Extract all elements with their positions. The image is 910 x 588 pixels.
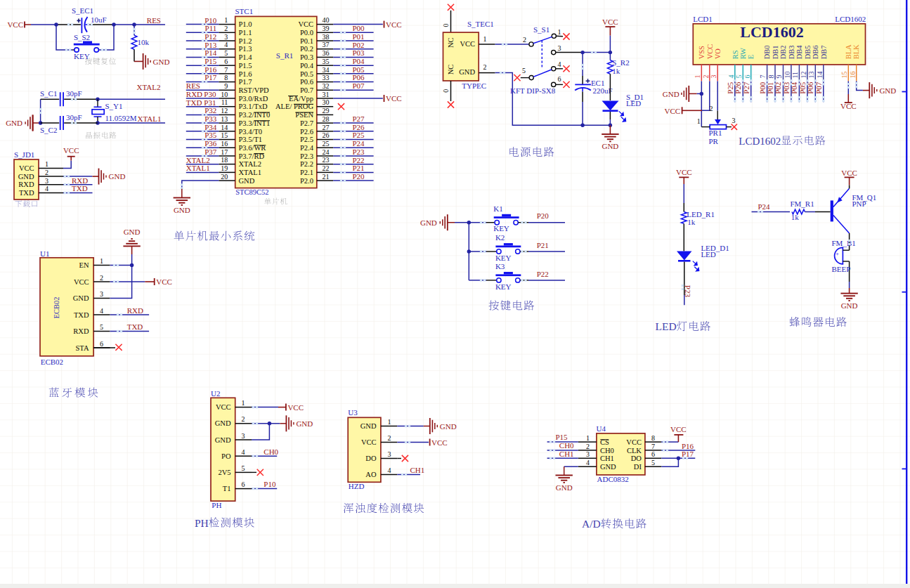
svg-text:U1: U1 [40,249,49,258]
svg-text:P07: P07 [352,81,365,90]
svg-text:DO: DO [365,455,377,462]
svg-text:24: 24 [322,148,329,156]
svg-text:7: 7 [224,66,228,74]
svg-text:K2: K2 [495,233,505,242]
svg-text:P10: P10 [264,480,276,488]
svg-text:GND: GND [73,294,89,302]
svg-text:2: 2 [702,75,710,79]
svg-text:P27: P27 [352,115,365,123]
svg-text:P1.7: P1.7 [239,78,252,86]
svg-text:1: 1 [586,434,590,442]
svg-text:CLK: CLK [627,447,642,455]
svg-text:GND: GND [215,419,231,427]
svg-text:1: 1 [694,75,701,79]
svg-text:P32: P32 [204,106,216,115]
svg-text:NC: NC [447,65,455,75]
svg-text:VCC: VCC [287,403,304,412]
svg-text:VCC: VCC [706,44,714,60]
svg-text:4: 4 [558,60,561,68]
svg-text:P23: P23 [352,148,365,156]
svg-text:BLA: BLA [845,44,852,59]
svg-text:5: 5 [224,49,228,57]
svg-text:VCC: VCC [664,107,680,115]
svg-text:6: 6 [651,450,655,458]
svg-text:GND: GND [600,463,616,471]
svg-text:RXD: RXD [73,327,89,335]
svg-text:P11: P11 [205,24,217,32]
svg-text:VCC: VCC [460,40,475,48]
svg-text:P23: P23 [684,285,692,298]
svg-text:37: 37 [322,41,329,48]
svg-text:P2.3: P2.3 [300,152,313,160]
svg-text:P36: P36 [204,139,217,148]
svg-text:PNP: PNP [852,200,866,208]
svg-text:P02: P02 [774,82,783,94]
svg-text:25: 25 [322,140,329,148]
svg-text:P27: P27 [742,81,750,94]
svg-text:220uF: 220uF [593,86,613,95]
svg-text:P35: P35 [204,131,217,139]
svg-text:P05: P05 [798,81,807,94]
svg-text:27: 27 [322,124,329,131]
svg-text:3: 3 [710,75,717,79]
svg-text:2: 2 [242,415,245,423]
svg-text:CH0: CH0 [600,447,614,455]
svg-text:E: E [748,55,755,59]
svg-text:P2.2: P2.2 [300,160,313,168]
svg-text:S_C1: S_C1 [40,89,57,98]
svg-text:STA: STA [76,344,89,352]
svg-text:LED: LED [626,99,641,107]
svg-text:T1: T1 [223,485,231,492]
svg-text:GND: GND [215,436,231,444]
svg-text:10: 10 [784,72,791,79]
svg-text:DB1: DB1 [772,45,779,59]
svg-text:LCD1602: LCD1602 [835,15,866,23]
svg-text:P0.3: P0.3 [300,53,313,61]
svg-text:11.0592M: 11.0592M [105,114,137,122]
svg-text:4: 4 [727,75,735,79]
svg-text:P24: P24 [352,139,365,148]
svg-text:CH0: CH0 [264,447,278,456]
svg-text:HZD: HZD [349,482,365,490]
svg-text:RXD: RXD [18,181,34,188]
svg-text:P1.5: P1.5 [239,62,252,70]
svg-text:KFT DIP-SX8: KFT DIP-SX8 [510,86,556,95]
svg-text:P10: P10 [204,16,217,25]
svg-text:13: 13 [221,115,228,123]
svg-text:DB4: DB4 [795,45,803,60]
svg-text:P0.2: P0.2 [300,45,313,53]
svg-text:S_S2: S_S2 [74,33,90,41]
svg-text:P2.6: P2.6 [300,128,313,136]
svg-text:DB7: DB7 [820,45,828,59]
svg-text:U2: U2 [211,389,220,398]
svg-text:40: 40 [322,16,329,24]
svg-text:P16: P16 [204,65,217,74]
svg-text:ECB02: ECB02 [41,358,63,366]
svg-text:1: 1 [45,160,48,168]
svg-text:U4: U4 [597,424,606,433]
svg-text:P3.4/T0: P3.4/T0 [239,128,263,136]
svg-text:XTAL1: XTAL1 [138,115,162,123]
svg-text:STC1: STC1 [235,7,254,15]
svg-text:30pF: 30pF [66,89,82,98]
svg-text:35: 35 [322,58,329,65]
svg-text:2: 2 [388,434,391,442]
svg-text:VCC: VCC [386,94,402,103]
svg-text:P04: P04 [790,81,798,94]
svg-text:P15: P15 [204,57,217,65]
svg-text:U3: U3 [348,408,358,417]
svg-text:P04: P04 [352,57,365,65]
svg-text:P21: P21 [352,164,364,172]
svg-text:6: 6 [100,340,103,348]
svg-text:7: 7 [759,75,767,79]
svg-text:GND: GND [6,119,22,127]
svg-text:GND: GND [360,422,377,430]
svg-text:P0.0: P0.0 [300,29,313,37]
svg-text:3: 3 [45,177,48,185]
svg-text:S_EC1: S_EC1 [72,6,93,15]
svg-text:VCC: VCC [156,277,172,286]
svg-text:30pF: 30pF [66,113,82,122]
svg-text:DB6: DB6 [812,45,819,59]
svg-text:P07: P07 [814,81,823,94]
svg-text:S_Y1: S_Y1 [105,102,123,110]
